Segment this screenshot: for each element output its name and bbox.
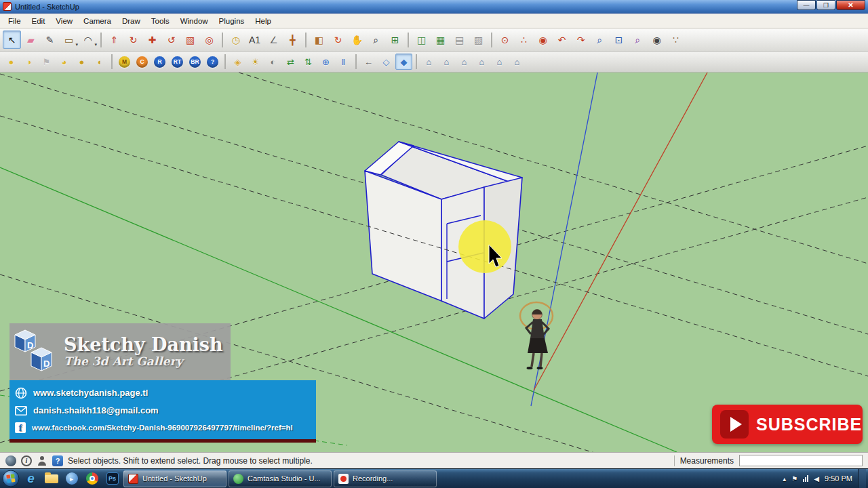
view-left-button[interactable]: ⌂	[509, 54, 526, 70]
action-center-flag-icon[interactable]: ⚑	[791, 475, 797, 483]
hide-rest-tool[interactable]: ◉	[648, 30, 666, 49]
offset-tool[interactable]: ◎	[200, 30, 218, 49]
close-button[interactable]: ✕	[836, 0, 865, 10]
text-tool[interactable]: A1	[245, 30, 264, 49]
material-sphere-2[interactable]: ◑	[20, 54, 37, 70]
model-info-icon[interactable]	[37, 455, 47, 466]
view-back-button[interactable]: ⌂	[491, 54, 508, 70]
zoom-extents-tool[interactable]: ⊞	[386, 30, 404, 49]
xray-tool[interactable]: ▨	[469, 30, 488, 49]
tape-measure-tool[interactable]: ◷	[226, 30, 245, 49]
protractor-tool[interactable]: ∠	[264, 30, 283, 49]
internet-explorer-icon[interactable]: e	[22, 470, 40, 487]
next-view-tool[interactable]: ↷	[572, 30, 590, 49]
view-top-button[interactable]: ⌂	[438, 54, 455, 70]
zoom-selection-tool[interactable]: ⌕	[629, 30, 647, 49]
show-desktop-button[interactable]	[858, 469, 866, 488]
tray-expand-icon[interactable]: ▴	[783, 475, 786, 483]
menu-item[interactable]: Plugins	[214, 15, 250, 27]
photoshop-icon[interactable]: Ps	[103, 470, 121, 487]
menu-item[interactable]: Tools	[146, 15, 175, 27]
view-iso-button[interactable]: ⌂	[420, 54, 437, 70]
material-sphere-1[interactable]: ●	[3, 54, 20, 70]
contact-email-row[interactable]: danish.shaikh118@gmail.com	[15, 405, 316, 415]
network-icon[interactable]	[803, 475, 808, 482]
export-tool[interactable]: ⇄	[282, 54, 299, 70]
pan-tool[interactable]: ✋	[348, 30, 366, 49]
followme-tool[interactable]: ↻	[124, 30, 142, 49]
help-icon[interactable]: ?	[52, 455, 63, 466]
badge-r-tool[interactable]: R	[151, 54, 168, 70]
badge-help-tool[interactable]: ?	[204, 54, 221, 70]
position-camera-tool[interactable]: ⊙	[496, 30, 514, 49]
orbit-tool[interactable]: ↻	[329, 30, 347, 49]
tag-tool[interactable]: ◈	[229, 54, 246, 70]
subscribe-button[interactable]: SUBSCRIBE	[712, 405, 863, 444]
view-front-button[interactable]: ⌂	[456, 54, 473, 70]
parallel-projection-tool[interactable]: ◇	[378, 54, 395, 70]
volume-icon[interactable]: ◀	[814, 475, 819, 483]
contact-website-row[interactable]: www.sketchydanish.page.tl	[15, 387, 316, 399]
section-cut-tool[interactable]: ▦	[431, 30, 450, 49]
look-around-tool[interactable]: ◉	[534, 30, 552, 49]
scale-figure[interactable]	[520, 302, 553, 369]
taskbar-clock[interactable]: 9:50 PM	[825, 474, 852, 483]
flag-tool[interactable]: ⚑	[38, 54, 55, 70]
chrome-icon[interactable]	[83, 470, 101, 487]
shapes-tool[interactable]: ▭	[60, 30, 78, 49]
menu-item[interactable]: Draw	[117, 15, 146, 27]
section-display-tool[interactable]: ▤	[450, 30, 469, 49]
menu-item[interactable]: Help	[250, 15, 277, 27]
geolocation-icon[interactable]	[5, 455, 16, 466]
shadows-tool[interactable]: ◐	[264, 54, 281, 70]
zoom-window-tool[interactable]: ⊡	[610, 30, 628, 49]
perspective-tool[interactable]: ◆	[395, 54, 412, 70]
paint-bucket-tool[interactable]: ◧	[310, 30, 328, 49]
material-sphere-5[interactable]: ◖	[91, 54, 108, 70]
measurements-input[interactable]	[739, 455, 863, 466]
zoom-tool[interactable]: ⌕	[367, 30, 385, 49]
previous-view-tool[interactable]: ↶	[553, 30, 571, 49]
axes-tool[interactable]: ╋	[283, 30, 302, 49]
sun-tool[interactable]: ☀	[247, 54, 264, 70]
line-tool[interactable]: ✎	[41, 30, 59, 49]
material-sphere-4[interactable]: ●	[73, 54, 90, 70]
pushpull-tool[interactable]: ⇑	[105, 30, 123, 49]
move-tool[interactable]: ✚	[143, 30, 161, 49]
contact-facebook-row[interactable]: f www.facebook.com/Sketchy-Danish-969007…	[15, 422, 316, 433]
select-tool[interactable]: ↖	[3, 30, 21, 49]
menu-item[interactable]: View	[50, 15, 78, 27]
taskbar-button-sketchup[interactable]: Untitled - SketchUp	[123, 470, 226, 487]
view-right-button[interactable]: ⌂	[473, 54, 490, 70]
badge-rt-tool[interactable]: RT	[169, 54, 186, 70]
rotate-tool[interactable]: ↺	[162, 30, 180, 49]
taskbar-button-recording[interactable]: Recording...	[334, 470, 437, 487]
pause-tool[interactable]: ‖	[335, 54, 352, 70]
geolocation-globe-tool[interactable]: ⊕	[317, 54, 334, 70]
footprints-tool[interactable]: ∵	[667, 30, 685, 49]
menu-item[interactable]: Camera	[78, 15, 117, 27]
credits-icon[interactable]: i	[21, 455, 32, 466]
taskbar-button-camtasia[interactable]: Camtasia Studio - U...	[229, 470, 332, 487]
badge-c-tool[interactable]: C	[134, 54, 151, 70]
menu-item[interactable]: Edit	[26, 15, 51, 27]
menu-item[interactable]: File	[3, 15, 26, 27]
arc-tool[interactable]: ◠	[79, 30, 97, 49]
material-sphere-3[interactable]: ◕	[56, 54, 73, 70]
menu-item[interactable]: Window	[175, 15, 214, 27]
back-view-tool[interactable]: ←	[360, 54, 377, 70]
maximize-button[interactable]: ❐	[816, 0, 835, 10]
start-button[interactable]	[1, 470, 20, 487]
minimize-button[interactable]: —	[797, 0, 816, 10]
modeling-canvas[interactable]: D D Sketchy Danish The 3d Art Gallery ww…	[0, 73, 868, 452]
explorer-folder-icon[interactable]	[42, 470, 60, 487]
badge-m-tool[interactable]: M	[116, 54, 133, 70]
import-tool[interactable]: ⇅	[300, 54, 317, 70]
eraser-tool[interactable]: ▰	[22, 30, 40, 49]
badge-br-tool[interactable]: BR	[186, 54, 203, 70]
section-plane-tool[interactable]: ◫	[412, 30, 431, 49]
scale-tool[interactable]: ▧	[181, 30, 199, 49]
zoom-in-tool[interactable]: ⌕	[591, 30, 609, 49]
media-player-icon[interactable]: ▸	[62, 470, 81, 487]
walk-tool[interactable]: ∴	[515, 30, 533, 49]
